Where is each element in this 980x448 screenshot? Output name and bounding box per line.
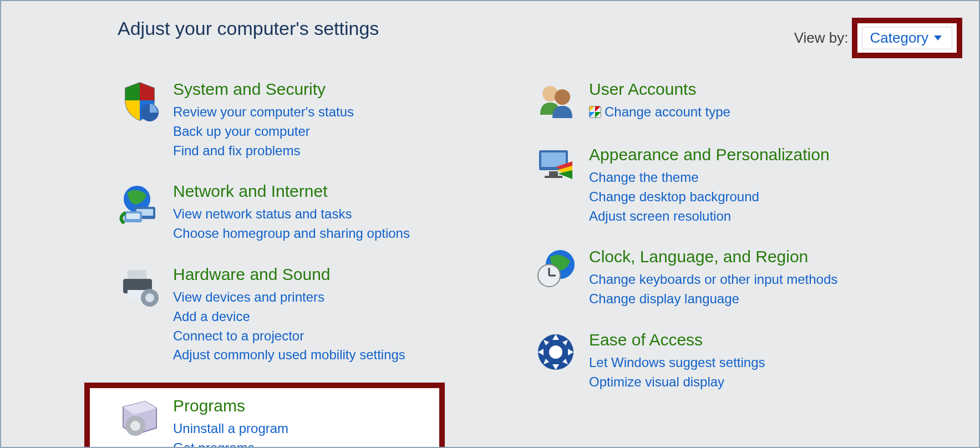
svg-rect-16 xyxy=(541,152,566,167)
chevron-down-icon xyxy=(934,35,942,40)
category-ease-of-access: Ease of Access Let Windows suggest setti… xyxy=(534,327,888,395)
category-link[interactable]: Get programs xyxy=(173,439,288,448)
category-link[interactable]: Optimize visual display xyxy=(589,373,765,392)
category-link[interactable]: Find and fix problems xyxy=(173,141,354,161)
viewby-dropdown[interactable]: Category xyxy=(862,27,953,49)
ease-of-access-icon xyxy=(534,330,578,374)
category-heading[interactable]: Appearance and Personalization xyxy=(589,145,830,165)
category-appearance-and-personalization: Appearance and Personalization Change th… xyxy=(534,141,888,229)
category-link[interactable]: Change desktop background xyxy=(589,187,830,207)
category-system-and-security: System and Security Review your computer… xyxy=(118,76,473,164)
uac-shield-icon xyxy=(589,106,601,118)
category-link-text: Change account type xyxy=(605,103,730,122)
svg-rect-18 xyxy=(545,176,562,178)
category-heading[interactable]: Programs xyxy=(173,396,288,416)
security-shield-icon xyxy=(118,79,162,124)
category-link[interactable]: Change the theme xyxy=(589,168,830,187)
svg-point-24 xyxy=(549,345,562,359)
category-link[interactable]: Change account type xyxy=(589,103,730,122)
svg-point-14 xyxy=(555,89,570,105)
category-link[interactable]: View network status and tasks xyxy=(173,205,410,224)
category-link[interactable]: Change display language xyxy=(589,289,837,309)
appearance-icon xyxy=(534,145,578,189)
programs-box-icon xyxy=(118,396,162,440)
category-user-accounts: User Accounts Change account type xyxy=(534,76,888,127)
category-heading[interactable]: Network and Internet xyxy=(173,181,410,201)
category-heading[interactable]: Clock, Language, and Region xyxy=(589,247,837,267)
network-globe-icon xyxy=(118,181,162,226)
svg-point-12 xyxy=(130,421,140,431)
viewby-area: View by: Category xyxy=(794,18,962,58)
category-heading[interactable]: Ease of Access xyxy=(589,330,765,350)
right-column: User Accounts Change account type xyxy=(534,76,888,448)
category-heading[interactable]: System and Security xyxy=(173,79,354,99)
category-link[interactable]: Adjust screen resolution xyxy=(589,207,830,226)
category-network-and-internet: Network and Internet View network status… xyxy=(118,178,473,247)
svg-point-10 xyxy=(145,293,154,302)
category-link[interactable]: Back up your computer xyxy=(173,122,354,141)
svg-rect-17 xyxy=(549,171,558,176)
viewby-highlight: Category xyxy=(852,18,963,58)
category-link[interactable]: Add a device xyxy=(173,307,405,327)
category-link[interactable]: Adjust commonly used mobility settings xyxy=(173,345,405,365)
printer-icon xyxy=(118,264,162,309)
user-accounts-icon xyxy=(534,79,578,124)
category-hardware-and-sound: Hardware and Sound View devices and prin… xyxy=(118,261,473,368)
category-link[interactable]: View devices and printers xyxy=(173,288,405,307)
clock-globe-icon xyxy=(534,247,578,291)
category-link[interactable]: Let Windows suggest settings xyxy=(589,353,765,373)
category-link[interactable]: Change keyboards or other input methods xyxy=(589,270,837,289)
viewby-value: Category xyxy=(870,29,929,47)
category-link[interactable]: Review your computer's status xyxy=(173,103,354,122)
category-link[interactable]: Uninstall a program xyxy=(173,419,288,439)
category-heading[interactable]: Hardware and Sound xyxy=(173,264,405,284)
page-title: Adjust your computer's settings xyxy=(118,18,379,39)
svg-rect-5 xyxy=(126,213,140,219)
svg-rect-6 xyxy=(128,270,146,280)
left-column: System and Security Review your computer… xyxy=(118,76,473,448)
category-programs: Programs Uninstall a program Get program… xyxy=(84,383,445,448)
category-clock-language-and-region: Clock, Language, and Region Change keybo… xyxy=(534,243,888,312)
category-link[interactable]: Connect to a projector xyxy=(173,327,405,346)
category-link[interactable]: Choose homegroup and sharing options xyxy=(173,224,410,243)
category-heading[interactable]: User Accounts xyxy=(589,79,730,99)
viewby-label: View by: xyxy=(794,29,849,47)
